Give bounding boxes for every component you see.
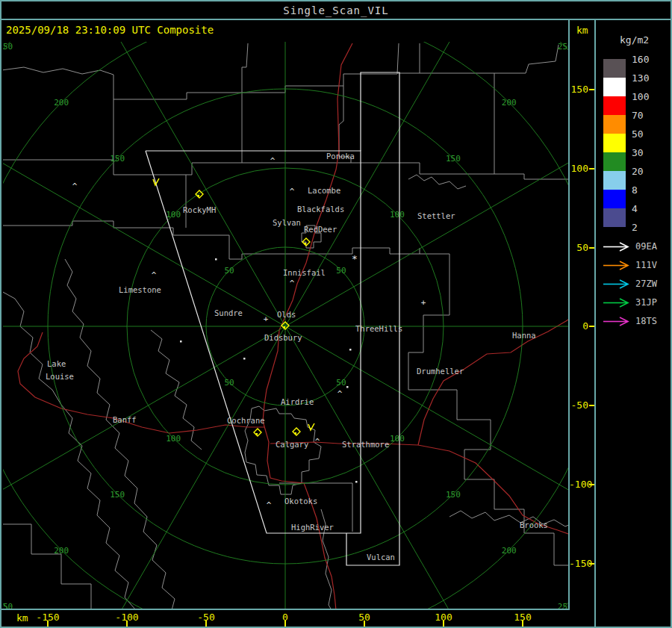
- town-label: RedDeer: [304, 225, 337, 234]
- town-label: Lake: [47, 359, 66, 368]
- dot-marker: [355, 481, 358, 483]
- range-ring-label: 200: [54, 546, 69, 556]
- range-ring-label: 150: [110, 490, 125, 500]
- radar-viewer-window: Single_Scan_VIL 2025/09/18 23:10:09 UTC …: [0, 0, 672, 628]
- legend-color-swatch: [603, 78, 626, 96]
- town-label: Didsbury: [264, 333, 302, 342]
- radar-site-id-label: 31JP: [635, 297, 657, 308]
- radar-site-id-label: 27ZW: [635, 279, 657, 289]
- range-ring-label: 50: [224, 378, 234, 388]
- y-axis-tick-label: -100: [569, 479, 588, 490]
- range-ring-label: 100: [166, 434, 181, 444]
- town-label: Sylvan: [273, 218, 301, 227]
- town-label: Vulcan: [367, 553, 395, 562]
- y-axis-tick: [589, 247, 594, 249]
- radar-site-legend-row: 09EA: [602, 241, 671, 252]
- y-axis-tick-label: 50: [569, 242, 588, 253]
- scan-timestamp: 2025/09/18 23:10:09 UTC Composite: [6, 24, 214, 36]
- town-label: Cochrane: [227, 416, 265, 425]
- legend-value-label: 160: [632, 54, 649, 65]
- x-axis-tick: [205, 621, 207, 627]
- y-axis-tick-label: 150: [569, 84, 588, 95]
- town-label: Blackfalds: [297, 205, 344, 214]
- y-axis-tick: [589, 484, 594, 485]
- plus-marker: +: [264, 314, 269, 324]
- radar-site-arrow-icon: [602, 298, 630, 308]
- map-border-bottom: [1, 609, 570, 610]
- range-ring-label: 50: [336, 378, 346, 388]
- dot-marker: [349, 349, 352, 351]
- town-label: Stettler: [417, 211, 455, 220]
- town-label: Airdrie: [281, 397, 314, 406]
- town-label: Banff: [113, 415, 137, 424]
- legend-value-label: 30: [632, 147, 644, 158]
- range-ring-label: 150: [446, 490, 461, 500]
- x-axis-tick: [284, 621, 286, 627]
- x-axis-tick: [522, 621, 523, 627]
- y-axis-tick-label: -50: [569, 400, 588, 411]
- radar-site-arrow-icon: [602, 317, 630, 326]
- asterisk-marker: *: [352, 253, 358, 264]
- y-axis-tick: [589, 326, 594, 327]
- legend-color-swatch: [603, 190, 626, 208]
- range-ring-label: 50: [224, 266, 234, 276]
- panel-divider: [594, 20, 596, 627]
- town-caret-marker: ^: [270, 156, 276, 166]
- azimuth-spoke: [3, 42, 285, 326]
- legend-value-label: 4: [632, 203, 638, 214]
- dot-marker: [346, 386, 349, 388]
- legend-value-label: 70: [632, 110, 644, 121]
- radar-site-legend-row: 27ZW: [602, 279, 671, 289]
- legend-value-label: 130: [632, 72, 649, 84]
- map-border-right: [568, 20, 570, 610]
- x-axis-tick: [47, 621, 49, 627]
- radar-site-id-label: 111V: [635, 260, 657, 270]
- legend-value-label: 20: [632, 166, 644, 177]
- town-label: Louise: [46, 372, 74, 381]
- legend-value-label: 8: [632, 184, 638, 196]
- town-caret-marker: ^: [337, 389, 343, 399]
- town-caret-marker: ^: [152, 270, 157, 280]
- x-axis-tick: [126, 621, 128, 627]
- y-axis-tick-label: 0: [569, 320, 588, 332]
- radar-site-legend-row: 31JP: [602, 297, 671, 308]
- range-ring-label: 100: [166, 210, 181, 220]
- y-axis-tick: [589, 405, 594, 406]
- radar-site-arrow-icon: [602, 261, 630, 270]
- town-label: Innisfail: [283, 268, 326, 277]
- legend-value-label: 100: [632, 91, 649, 102]
- range-ring-label: 150: [446, 154, 461, 164]
- town-label: RockyMH: [183, 205, 216, 214]
- azimuth-spoke: [3, 326, 285, 610]
- town-label: Okotoks: [284, 497, 317, 506]
- town-caret-marker: ^: [290, 279, 295, 288]
- radar-site-dot: [284, 326, 286, 329]
- range-ring-label: 250: [3, 42, 13, 52]
- dot-marker: [215, 258, 217, 261]
- range-ring-label: 200: [502, 98, 517, 108]
- town-label: HighRiver: [291, 523, 334, 532]
- legend-color-swatch: [603, 134, 626, 152]
- y-axis-tick-label: -150: [569, 558, 588, 569]
- town-label: Ponoka: [326, 152, 355, 161]
- range-ring-label: 200: [502, 546, 517, 556]
- dot-marker: [243, 358, 246, 360]
- town-caret-marker: ^: [267, 500, 272, 510]
- town-label: Calgary: [276, 440, 308, 449]
- radar-site-dot: [256, 433, 258, 435]
- range-ring-label: 100: [390, 210, 405, 220]
- town-label: Lacombe: [308, 186, 340, 195]
- legend-color-swatch: [603, 96, 626, 115]
- map-svg[interactable]: 5050505010010010010015015015015020020020…: [3, 42, 570, 610]
- town-caret-marker: ^: [72, 181, 78, 191]
- dot-marker: [180, 341, 182, 343]
- radar-site-dot: [295, 432, 297, 435]
- radar-site-legend-row: 18TS: [602, 316, 671, 326]
- town-label: ThreeHills: [355, 324, 402, 333]
- town-label: Strathmore: [342, 440, 389, 449]
- x-axis-tick: [443, 621, 444, 627]
- check-marker: [153, 178, 159, 185]
- town-label: Brooks: [520, 520, 548, 529]
- radar-site-arrow-icon: [602, 242, 630, 252]
- map-markers: ^^^^^^^^++*: [72, 156, 426, 510]
